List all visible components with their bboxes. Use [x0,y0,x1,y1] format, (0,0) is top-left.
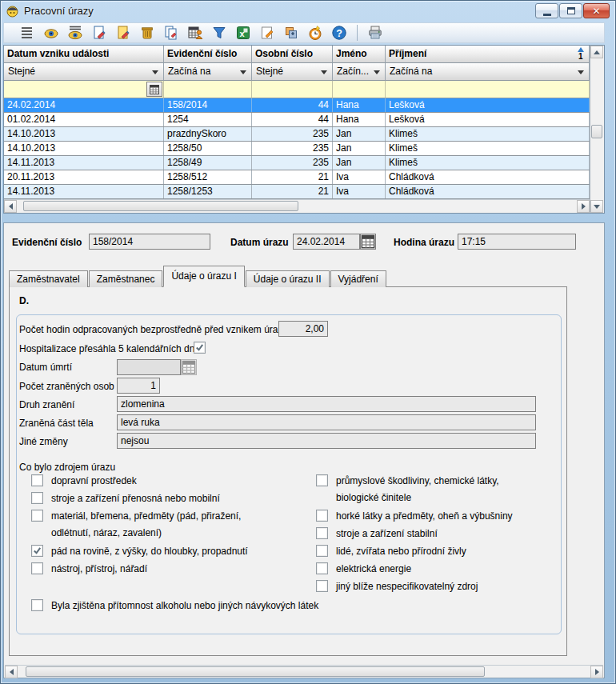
injury-date-field[interactable] [293,234,360,250]
table-row[interactable]: 14.11.20131258/125321IvaChládková [4,185,590,199]
filter-input-3[interactable] [252,81,333,98]
table-row[interactable]: 14.11.20131258/49235JanKlimeš [4,156,590,170]
source-left-checkbox[interactable] [31,510,43,522]
table-row[interactable]: 14.10.2013prazdnySkoro235JanKlimeš [4,127,590,142]
new-record-button[interactable] [87,23,111,42]
scroll-left-button[interactable] [5,666,18,678]
alcohol-checkbox[interactable] [31,599,43,611]
table-row[interactable]: 20.11.20131258/51221IvaChládková [4,170,590,185]
source-left-checkbox[interactable] [31,474,43,486]
table-row[interactable]: 14.10.20131258/50235JanKlimeš [4,142,590,156]
minimize-button[interactable] [535,3,558,18]
scroll-left-button[interactable] [4,200,17,213]
scroll-right-button[interactable] [590,666,603,678]
table-cell: 14.10.2013 [4,142,164,155]
calendar-icon [182,360,196,374]
table-cell: Iva [333,185,386,198]
scroll-down-icon [594,205,600,209]
grid-vertical-scrollbar[interactable] [590,46,604,213]
grid-horizontal-scrollbar[interactable] [4,199,590,213]
column-header-5[interactable]: Příjmení1 [386,46,590,63]
table-row[interactable]: 24.02.2014158/201444HanaLešková [4,98,590,113]
tab-vyjadreni[interactable]: Vyjádření [330,270,386,287]
death-date-field[interactable] [117,359,181,375]
filter-input-1[interactable] [4,81,164,98]
vertical-scroll-thumb[interactable] [591,125,602,138]
source-right-checkbox[interactable] [316,474,328,486]
horizontal-scroll-thumb[interactable] [26,666,485,677]
source-left-checkbox[interactable] [31,545,43,557]
other-changes-field[interactable] [117,433,536,449]
injury-kind-field[interactable] [117,396,536,412]
evidence-number-field[interactable] [89,234,210,250]
help-button[interactable]: ? [327,23,351,42]
reminder-button[interactable] [303,23,327,42]
scroll-down-button[interactable] [590,200,603,213]
scroll-right-button[interactable] [577,200,590,213]
injury-date-label: Datum úrazu [230,237,289,248]
filter-input-2[interactable] [164,81,252,98]
print-button[interactable] [363,23,387,42]
horizontal-scroll-thumb[interactable] [23,201,298,211]
scroll-up-button[interactable] [590,46,603,58]
injury-time-field[interactable] [458,234,576,250]
filter-operator-dropdown-5[interactable]: Začíná na [386,63,590,81]
source-left-label: dopravní prostředek [51,475,137,486]
new-record-icon [91,25,107,41]
tab-udaje-o-urazu-1[interactable]: Údaje o úrazu I [163,266,244,287]
injured-part-field[interactable] [117,414,536,430]
filter-operator-dropdown-2[interactable]: Začíná na [164,63,252,81]
grid-settings-button[interactable] [183,23,207,42]
excel-export-button[interactable]: x [231,23,255,42]
column-header-4[interactable]: Jméno [333,46,386,63]
table-cell: Chládková [386,185,590,198]
filter-operator-dropdown-3[interactable]: Stejné [252,63,333,81]
injury-time-label: Hodina úrazu [394,237,454,248]
column-header-1[interactable]: Datum vzniku události [4,46,164,63]
column-header-2[interactable]: Evidenční číslo [164,46,252,63]
scroll-up-icon [594,50,600,54]
tab-udaje-o-urazu-2[interactable]: Údaje o úrazu II [246,270,330,287]
detail-horizontal-scrollbar[interactable] [5,665,603,678]
tab-zamestnanec[interactable]: Zaměstnanec [89,270,163,287]
table-cell: 235 [252,127,333,141]
restore-button[interactable] [559,3,582,18]
table-cell: Chládková [386,170,590,184]
list-view-button[interactable] [15,23,39,42]
source-left-checkbox[interactable] [31,492,43,504]
preview-button[interactable] [39,23,63,42]
source-right-checkbox[interactable] [316,545,328,557]
source-left-checkbox[interactable] [31,562,43,574]
hours-worked-label: Počet hodin odpracovaných bezprostředně … [19,324,288,335]
injury-date-calendar-button[interactable] [360,234,376,250]
hours-worked-field[interactable] [278,321,328,337]
hospitalization-checkbox[interactable] [194,342,206,354]
date-picker-button[interactable] [146,82,162,97]
filter-input-4[interactable] [333,81,386,98]
minimize-icon [543,14,551,16]
view-records-button[interactable] [63,23,87,42]
filter-operator-dropdown-1[interactable]: Stejné [4,63,164,81]
copy-record-button[interactable] [159,23,183,42]
filter-input-5[interactable] [386,81,590,98]
column-header-3[interactable]: Osobní číslo [252,46,333,63]
edit-note-button[interactable] [255,23,279,42]
death-date-calendar-button[interactable] [181,359,197,375]
filter-operator-dropdown-4[interactable]: Začín... [333,63,386,81]
close-button[interactable]: ✕ [583,3,610,18]
injured-count-field[interactable] [117,378,160,394]
table-cell: 21 [252,170,333,184]
table-row[interactable]: 01.02.2014125444HanaLešková [4,113,590,127]
duplicate-button[interactable] [279,23,303,42]
source-right-checkbox[interactable] [316,580,328,592]
filter-button[interactable] [207,23,231,42]
tab-zamestnavatel[interactable]: Zaměstnavatel [9,270,88,287]
filter-operator-label: Začíná na [390,66,432,77]
column-header-label: Evidenční číslo [167,48,237,59]
delete-record-button[interactable] [135,23,159,42]
source-right-checkbox[interactable] [316,527,328,539]
source-right-checkbox[interactable] [316,562,328,574]
edit-record-button[interactable] [111,23,135,42]
source-right-checkbox[interactable] [316,510,328,522]
hospitalization-label: Hospitalizace přesáhla 5 kalendářních dn… [19,343,200,354]
